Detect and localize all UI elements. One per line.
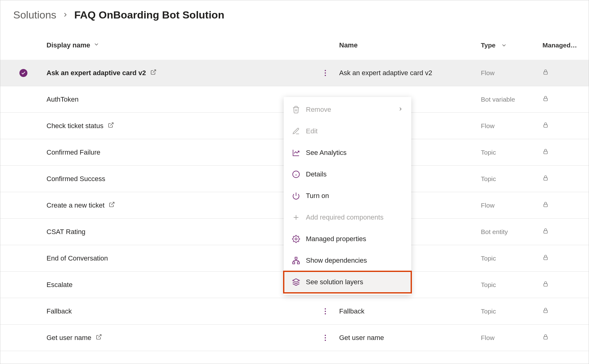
- row-type: Topic: [481, 149, 542, 156]
- row-display-name[interactable]: Check ticket status: [47, 122, 315, 130]
- svg-rect-22: [295, 257, 297, 259]
- row-display-name[interactable]: AuthToken: [47, 95, 315, 103]
- row-type: Topic: [481, 175, 542, 183]
- svg-line-0: [153, 70, 156, 72]
- menu-label: Show dependencies: [306, 257, 367, 265]
- chevron-down-icon: [93, 41, 100, 49]
- row-display-name[interactable]: Escalate: [47, 281, 315, 289]
- svg-rect-1: [544, 72, 547, 74]
- row-type: Topic: [481, 255, 542, 262]
- more-actions-button[interactable]: [321, 307, 330, 316]
- row-display-name[interactable]: CSAT Rating: [47, 228, 315, 236]
- svg-rect-24: [297, 262, 299, 264]
- menu-edit[interactable]: Edit: [284, 120, 411, 142]
- col-header-type[interactable]: Type: [481, 42, 542, 49]
- context-menu: Remove Edit See Analytics Details: [284, 97, 411, 295]
- info-icon: [292, 170, 300, 179]
- more-actions-button[interactable]: [321, 333, 330, 342]
- chevron-right-icon: [398, 106, 403, 114]
- col-header-managed[interactable]: Managed…: [542, 42, 589, 49]
- lock-icon: [542, 228, 549, 236]
- table-row[interactable]: FallbackFallbackTopic: [0, 298, 589, 325]
- row-name: Get user name: [336, 334, 481, 342]
- external-link-icon: [150, 69, 156, 77]
- table-row[interactable]: Get user nameGet user nameFlow: [0, 325, 589, 351]
- row-name: Ask an expert adaptive card v2: [336, 69, 481, 77]
- row-display-name[interactable]: Confirmed Success: [47, 175, 315, 183]
- row-type: Bot entity: [481, 228, 542, 236]
- svg-line-7: [112, 202, 114, 205]
- menu-label: Remove: [306, 106, 331, 114]
- svg-line-3: [110, 123, 113, 125]
- lock-icon: [542, 148, 549, 156]
- lock-icon: [542, 254, 549, 262]
- external-link-icon: [109, 201, 115, 209]
- lock-icon: [542, 69, 549, 77]
- lock-icon: [542, 122, 549, 130]
- row-display-name[interactable]: Fallback: [47, 307, 315, 315]
- lock-icon: [542, 175, 549, 183]
- hierarchy-icon: [292, 256, 300, 265]
- svg-line-13: [98, 334, 101, 337]
- chevron-right-icon: [62, 10, 69, 20]
- trash-icon: [292, 105, 300, 114]
- menu-see-solution-layers[interactable]: See solution layers: [284, 271, 411, 293]
- row-type: Flow: [481, 334, 542, 342]
- row-type: Bot variable: [481, 96, 542, 103]
- svg-rect-4: [544, 125, 547, 127]
- breadcrumb: Solutions FAQ OnBoarding Bot Solution: [0, 0, 589, 34]
- row-display-name[interactable]: Create a new ticket: [47, 201, 315, 209]
- svg-point-21: [295, 238, 297, 240]
- col-header-name[interactable]: Name: [336, 41, 481, 49]
- layers-icon: [292, 278, 300, 286]
- breadcrumb-current: FAQ OnBoarding Bot Solution: [74, 9, 224, 21]
- menu-turnon[interactable]: Turn on: [284, 185, 411, 207]
- col-header-display[interactable]: Display name: [47, 41, 315, 49]
- row-display-name[interactable]: End of Conversation: [47, 254, 315, 262]
- row-type: Topic: [481, 281, 542, 289]
- external-link-icon: [108, 122, 114, 130]
- menu-analytics[interactable]: See Analytics: [284, 142, 411, 164]
- more-actions-button[interactable]: [321, 68, 330, 78]
- checkmark-icon[interactable]: [19, 69, 27, 77]
- row-display-name[interactable]: Confirmed Failure: [47, 148, 315, 156]
- menu-label: Edit: [306, 127, 318, 135]
- menu-add-required[interactable]: Add required components: [284, 207, 411, 228]
- row-display-name[interactable]: Get user name: [47, 334, 315, 342]
- menu-label: Add required components: [306, 213, 384, 221]
- power-icon: [292, 192, 300, 200]
- svg-rect-9: [544, 231, 547, 233]
- svg-rect-6: [544, 178, 547, 180]
- row-type: Flow: [481, 202, 542, 209]
- menu-label: Managed properties: [306, 235, 366, 243]
- table-row[interactable]: Ask an expert adaptive card v2Ask an exp…: [0, 60, 589, 86]
- menu-remove[interactable]: Remove: [284, 99, 411, 120]
- row-type: Flow: [481, 69, 542, 77]
- analytics-icon: [292, 148, 300, 157]
- gear-icon: [292, 235, 300, 243]
- lock-icon: [542, 281, 549, 289]
- svg-rect-2: [544, 98, 547, 101]
- svg-rect-8: [544, 204, 547, 207]
- row-type: Topic: [481, 308, 542, 315]
- chevron-down-icon: [501, 42, 507, 48]
- menu-label: See solution layers: [306, 278, 363, 286]
- row-name: Fallback: [336, 307, 481, 315]
- lock-icon: [542, 95, 549, 103]
- svg-rect-10: [544, 257, 547, 260]
- breadcrumb-parent[interactable]: Solutions: [13, 9, 56, 21]
- menu-managed-properties[interactable]: Managed properties: [284, 228, 411, 250]
- plus-icon: [292, 213, 300, 222]
- menu-label: Turn on: [306, 192, 329, 200]
- lock-icon: [542, 334, 549, 342]
- table-header: Display name Name Type Managed…: [0, 34, 589, 56]
- menu-show-dependencies[interactable]: Show dependencies: [284, 250, 411, 271]
- svg-rect-5: [544, 151, 547, 154]
- row-type: Flow: [481, 122, 542, 130]
- svg-rect-23: [293, 262, 295, 264]
- menu-label: Details: [306, 170, 327, 178]
- svg-rect-12: [544, 310, 547, 313]
- lock-icon: [542, 201, 549, 209]
- row-display-name[interactable]: Ask an expert adaptive card v2: [47, 69, 315, 77]
- menu-details[interactable]: Details: [284, 164, 411, 185]
